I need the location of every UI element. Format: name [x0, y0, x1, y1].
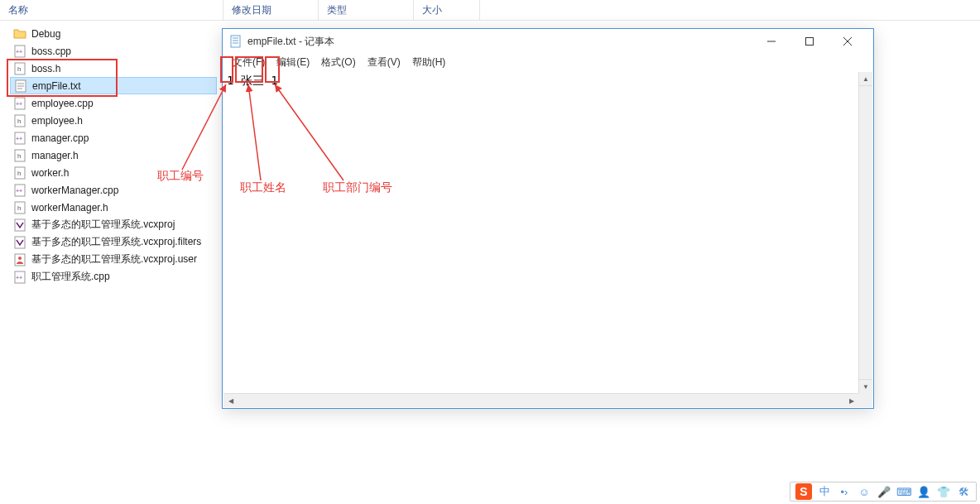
- col-size[interactable]: 大小: [414, 0, 480, 20]
- file-label: worker.h: [31, 167, 69, 179]
- menubar: 文件(F)编辑(E)格式(O)查看(V)帮助(H): [223, 54, 873, 70]
- folder-icon: [13, 27, 26, 41]
- svg-text:h: h: [17, 118, 21, 125]
- file-list: Debug++boss.cpphboss.hempFile.txt++emplo…: [10, 25, 217, 286]
- file-label: empFile.txt: [32, 80, 81, 92]
- file-row[interactable]: 基于多态的职工管理系统.vcxproj.filters: [10, 233, 217, 251]
- h-icon: h: [13, 114, 26, 127]
- file-label: 职工管理系统.cpp: [31, 270, 110, 284]
- close-button[interactable]: [829, 30, 867, 53]
- file-row[interactable]: ++workerManager.cpp: [10, 181, 217, 199]
- svg-text:++: ++: [16, 101, 22, 107]
- col-type[interactable]: 类型: [319, 0, 414, 20]
- svg-text:h: h: [17, 152, 21, 160]
- svg-rect-22: [15, 219, 25, 231]
- cpp-icon: ++: [13, 45, 26, 58]
- file-row[interactable]: Debug: [10, 25, 217, 42]
- vertical-scrollbar[interactable]: ▲ ▼: [858, 72, 872, 393]
- menu-item[interactable]: 文件(F): [228, 54, 270, 71]
- scroll-right-icon[interactable]: ▶: [844, 394, 858, 408]
- cpp-icon: ++: [13, 184, 26, 197]
- ime-user-icon[interactable]: 👤: [916, 484, 931, 499]
- ime-toolbox-icon[interactable]: 🛠: [956, 484, 971, 499]
- file-row[interactable]: ++职工管理系统.cpp: [10, 268, 217, 286]
- window-title: empFile.txt - 记事本: [247, 35, 752, 49]
- menu-item[interactable]: 编辑(E): [271, 54, 315, 71]
- svg-text:++: ++: [16, 49, 22, 55]
- file-label: workerManager.cpp: [31, 185, 118, 196]
- scroll-left-icon[interactable]: ◀: [223, 394, 238, 408]
- file-row[interactable]: ++manager.cpp: [10, 129, 217, 146]
- ime-keyboard-icon[interactable]: ⌨: [896, 484, 911, 499]
- file-label: Debug: [31, 28, 60, 40]
- cpp-icon: ++: [13, 97, 26, 110]
- content-dept: 1: [271, 74, 277, 87]
- horizontal-scrollbar[interactable]: ◀ ▶: [223, 393, 858, 407]
- svg-rect-28: [231, 36, 240, 47]
- menu-item[interactable]: 格式(O): [316, 54, 360, 71]
- col-date[interactable]: 修改日期: [223, 0, 319, 20]
- ime-skin-icon[interactable]: 👕: [936, 484, 951, 499]
- content-name: 张三: [241, 74, 264, 87]
- file-label: manager.cpp: [31, 132, 89, 144]
- scroll-down-icon[interactable]: ▼: [859, 379, 872, 393]
- h-icon: h: [13, 149, 26, 162]
- scroll-up-icon[interactable]: ▲: [859, 72, 872, 86]
- ime-punct-icon[interactable]: •›: [837, 484, 852, 499]
- ime-voice-icon[interactable]: 🎤: [877, 484, 891, 499]
- ime-emoji-icon[interactable]: ☺: [857, 484, 872, 499]
- menu-item[interactable]: 查看(V): [363, 54, 406, 71]
- vcx-icon: [13, 236, 26, 249]
- cpp-icon: ++: [13, 132, 26, 145]
- vcxu-icon: [13, 253, 26, 266]
- svg-point-25: [18, 257, 22, 260]
- svg-text:++: ++: [16, 188, 22, 194]
- txt-icon: [14, 79, 27, 93]
- svg-text:h: h: [17, 204, 21, 212]
- cpp-icon: ++: [13, 271, 26, 284]
- ime-chinese-icon[interactable]: 中: [817, 484, 832, 499]
- file-row[interactable]: hboss.h: [10, 60, 217, 77]
- file-row[interactable]: hmanager.h: [10, 146, 217, 164]
- file-row[interactable]: empFile.txt: [10, 77, 217, 94]
- col-name[interactable]: 名称: [0, 0, 223, 20]
- maximize-button[interactable]: [790, 30, 829, 53]
- editor-area[interactable]: 1 张三 1: [223, 72, 858, 393]
- file-row[interactable]: 基于多态的职工管理系统.vcxproj.user: [10, 251, 217, 268]
- file-label: boss.h: [31, 63, 60, 74]
- file-label: workerManager.h: [31, 202, 108, 214]
- file-label: 基于多态的职工管理系统.vcxproj: [31, 218, 175, 232]
- file-label: 基于多态的职工管理系统.vcxproj.filters: [31, 235, 201, 249]
- file-row[interactable]: hworkerManager.h: [10, 199, 217, 216]
- vcx-icon: [13, 218, 26, 232]
- file-label: manager.h: [31, 150, 79, 161]
- svg-rect-23: [15, 237, 25, 248]
- menu-item[interactable]: 帮助(H): [407, 54, 451, 71]
- file-row[interactable]: ++boss.cpp: [10, 42, 217, 60]
- file-label: employee.h: [31, 115, 83, 127]
- titlebar[interactable]: empFile.txt - 记事本: [223, 29, 873, 54]
- file-row[interactable]: ++employee.cpp: [10, 94, 217, 112]
- file-label: 基于多态的职工管理系统.vcxproj.user: [31, 252, 197, 266]
- file-label: employee.cpp: [31, 98, 94, 109]
- file-row[interactable]: hemployee.h: [10, 112, 217, 129]
- notepad-window: empFile.txt - 记事本 文件(F)编辑(E)格式(O)查看(V)帮助…: [222, 28, 874, 409]
- svg-text:h: h: [17, 65, 21, 73]
- explorer-column-header: 名称 修改日期 类型 大小: [0, 0, 980, 21]
- sogou-icon[interactable]: S: [795, 483, 812, 500]
- svg-text:++: ++: [16, 275, 22, 281]
- scroll-corner: [858, 393, 872, 407]
- notepad-icon: [229, 35, 243, 48]
- svg-rect-33: [806, 38, 814, 46]
- ime-toolbar[interactable]: S 中 •› ☺ 🎤 ⌨ 👤 👕 🛠: [790, 482, 977, 502]
- svg-text:h: h: [17, 170, 21, 177]
- h-icon: h: [13, 201, 26, 214]
- svg-text:++: ++: [16, 136, 22, 142]
- h-icon: h: [13, 62, 26, 75]
- file-label: boss.cpp: [31, 46, 71, 57]
- minimize-button[interactable]: [752, 30, 790, 53]
- file-row[interactable]: hworker.h: [10, 164, 217, 181]
- file-row[interactable]: 基于多态的职工管理系统.vcxproj: [10, 216, 217, 233]
- content-id: 1: [227, 74, 233, 87]
- h-icon: h: [13, 166, 26, 180]
